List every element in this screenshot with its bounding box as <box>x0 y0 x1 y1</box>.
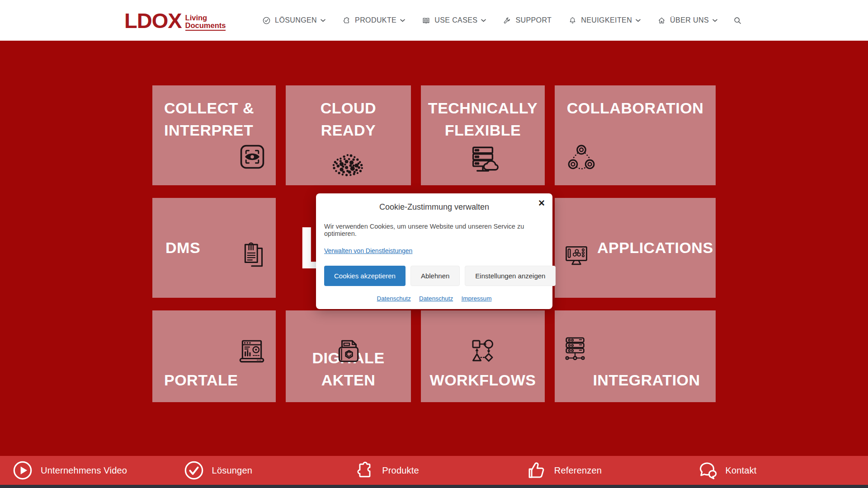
logo-main: LDOX <box>124 10 182 31</box>
nav-item-neuigkeiten[interactable]: NEUIGKEITEN <box>568 16 641 25</box>
check-circle-icon <box>184 460 204 481</box>
server-network-icon <box>561 313 589 369</box>
tile-collect-interpret[interactable]: COLLECT & INTERPRET <box>152 85 276 185</box>
dialog-body-text: Wir verwenden Cookies, um unsere Website… <box>324 223 544 237</box>
footer-item-referenzen[interactable]: Referenzen <box>526 460 697 481</box>
server-cloud-icon <box>467 120 499 181</box>
main-nav: LÖSUNGEN PRODUKTE USE CASES SUPPORT NEUI… <box>245 16 742 25</box>
manage-services-link[interactable]: Verwalten von Dienstleistungen <box>324 247 412 254</box>
documents-paperclip-icon <box>240 219 269 277</box>
footer-item-kontakt[interactable]: Kontakt <box>697 460 868 481</box>
footer-item-loesungen[interactable]: Lösungen <box>184 460 355 481</box>
bell-icon <box>568 16 577 25</box>
search-icon <box>733 16 742 25</box>
tile-label: PORTALE <box>164 369 238 391</box>
search-button[interactable] <box>733 16 742 25</box>
folder-document-icon <box>334 314 363 372</box>
header: LDOX Living Documents LÖSUNGEN PRODUKTE … <box>0 0 868 41</box>
play-circle-icon <box>12 460 33 481</box>
close-icon[interactable]: ✕ <box>538 199 545 207</box>
show-settings-button[interactable]: Einstellungen anzeigen <box>465 266 556 286</box>
tile-label: DMS <box>152 237 200 259</box>
datenschutz-link[interactable]: Datenschutz <box>377 295 411 302</box>
tile-cloud-ready[interactable]: CLOUD READY <box>286 85 411 185</box>
check-circle-icon <box>262 16 271 25</box>
tile-label: COLLABORATION <box>555 97 716 119</box>
nav-item-produkte[interactable]: PRODUKTE <box>342 16 405 25</box>
tile-integration[interactable]: INTEGRATION <box>555 310 716 402</box>
tile-label: WORKFLOWS <box>421 369 545 391</box>
tile-applications[interactable]: APPLICATIONS <box>555 198 716 298</box>
accept-cookies-button[interactable]: Cookies akzeptieren <box>324 266 406 286</box>
deny-button[interactable]: Ablehnen <box>410 266 460 286</box>
puzzle-icon <box>354 460 374 480</box>
logo-sub: Living Documents <box>185 14 226 29</box>
dotted-cloud-icon <box>329 127 368 183</box>
monitor-apps-icon <box>563 221 590 276</box>
chevron-down-icon <box>321 19 326 22</box>
linked-circles-icon <box>566 121 596 179</box>
nav-item-use-cases[interactable]: USE CASES <box>422 16 486 25</box>
cookie-consent-dialog: ✕ Cookie-Zustimmung verwalten Wir verwen… <box>316 193 552 309</box>
bottom-divider-strip <box>0 485 868 488</box>
home-icon <box>657 16 666 25</box>
chat-bubbles-icon <box>697 460 717 481</box>
puzzle-icon <box>342 16 351 25</box>
chevron-down-icon <box>400 19 405 22</box>
nav-item-support[interactable]: SUPPORT <box>503 16 552 25</box>
tile-digitale-akten[interactable]: DIGITALE AKTEN <box>286 310 411 402</box>
footer-item-video[interactable]: Unternehmens Video <box>12 460 184 481</box>
tile-portale[interactable]: PORTALE <box>152 310 276 402</box>
thumbs-up-icon <box>526 460 547 481</box>
footer-item-produkte[interactable]: Produkte <box>354 460 526 480</box>
dialog-buttons: Cookies akzeptieren Ablehnen Einstellung… <box>324 266 544 286</box>
tile-collaboration[interactable]: COLLABORATION <box>555 85 716 185</box>
dialog-footer-links: Datenschutz Datenschutz Impressum <box>324 294 544 302</box>
flowchart-icon <box>468 315 497 372</box>
chevron-down-icon <box>712 19 717 22</box>
nav-item-loesungen[interactable]: LÖSUNGEN <box>262 16 326 25</box>
chevron-down-icon <box>636 19 641 22</box>
laptop-dashboard-icon <box>237 315 267 373</box>
nav-item-ueber-uns[interactable]: ÜBER UNS <box>657 16 717 25</box>
wrench-icon <box>503 16 511 25</box>
tile-dms[interactable]: DMS <box>152 198 276 298</box>
impressum-link[interactable]: Impressum <box>462 295 492 302</box>
eye-scan-icon <box>237 119 268 178</box>
tile-workflows[interactable]: WORKFLOWS <box>421 310 545 402</box>
chevron-down-icon <box>481 19 486 22</box>
logo[interactable]: LDOX Living Documents <box>124 10 226 31</box>
footer-quicklinks-bar: Unternehmens Video Lösungen Produkte Ref… <box>0 456 868 485</box>
book-icon <box>422 16 430 25</box>
dialog-title: Cookie-Zustimmung verwalten <box>324 201 544 212</box>
datenschutz-link-2[interactable]: Datenschutz <box>419 295 453 302</box>
tile-label: INTEGRATION <box>577 369 716 391</box>
tile-label: APPLICATIONS <box>597 237 713 259</box>
tile-technically-flexible[interactable]: TECHNICALLY FLEXIBLE <box>421 85 545 185</box>
